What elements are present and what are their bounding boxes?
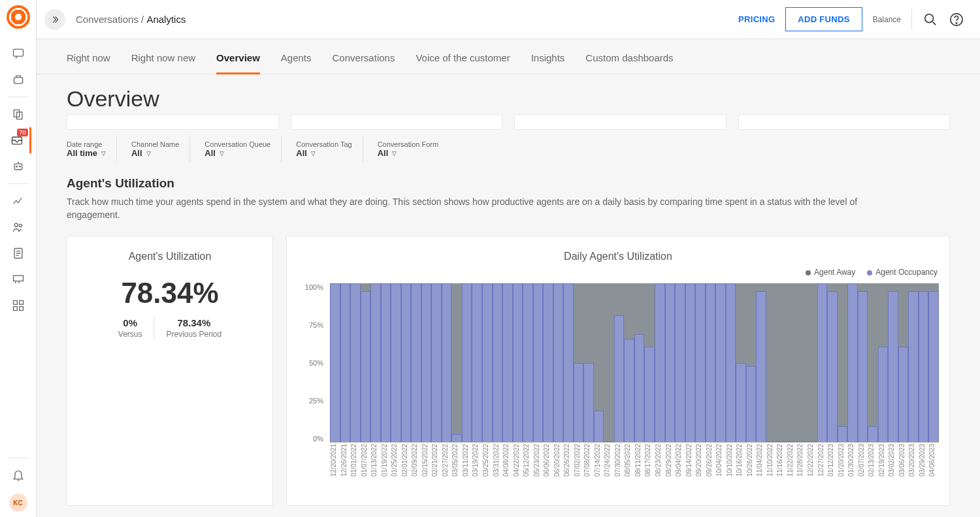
chart-column <box>502 283 513 442</box>
tab-conversations[interactable]: Conversations <box>333 52 395 74</box>
nav-robot-icon[interactable] <box>5 153 31 180</box>
page-body: Right now Right now new Overview Agents … <box>37 39 980 517</box>
chart-column <box>715 283 726 442</box>
filter-channel-name-value[interactable]: All▽ <box>131 148 179 158</box>
x-axis-label: 08/29/2022 <box>665 444 676 497</box>
chart-column <box>411 283 421 442</box>
x-axis-label: 11/10/2022 <box>766 444 777 497</box>
svg-rect-5 <box>14 164 22 170</box>
x-axis-label: 09/20/2022 <box>695 444 706 497</box>
kpi-prev-value: 78.34% <box>166 317 221 328</box>
chart-column <box>736 283 746 442</box>
tab-agents[interactable]: Agents <box>281 52 312 74</box>
x-axis-label: 02/21/2022 <box>431 444 442 497</box>
x-axis-label: 10/04/2022 <box>715 444 726 497</box>
filter-conversation-form-value[interactable]: All▽ <box>378 148 439 158</box>
chart-column <box>766 283 777 442</box>
x-axis-label: 04/22/2022 <box>513 444 523 497</box>
x-axis-label: 04/08/2022 <box>502 444 513 497</box>
x-axis-label: 01/12/2023 <box>827 444 838 497</box>
nav-bot-icon[interactable] <box>5 67 31 93</box>
filter-date-range-value[interactable]: All time▽ <box>67 148 106 158</box>
add-funds-button[interactable]: ADD FUNDS <box>785 7 862 31</box>
nav-people-icon[interactable] <box>5 214 31 240</box>
breadcrumb-root[interactable]: Conversations <box>76 14 139 25</box>
chevron-down-icon: ▽ <box>392 150 397 157</box>
user-avatar[interactable]: KC <box>9 494 27 512</box>
divider <box>911 8 912 31</box>
tab-overview[interactable]: Overview <box>216 52 260 74</box>
filter-conversation-tag-value[interactable]: All▽ <box>296 148 351 158</box>
chart-column <box>634 283 645 442</box>
chart-column <box>807 283 817 442</box>
tab-custom-dashboards[interactable]: Custom dashboards <box>585 52 673 74</box>
chart-column <box>888 283 898 442</box>
chart-plot[interactable] <box>330 283 939 443</box>
chart-column <box>431 283 442 442</box>
search-icon[interactable] <box>923 12 938 27</box>
chart-column <box>421 283 432 442</box>
nav-grid-icon[interactable] <box>5 292 31 319</box>
chart-wrap: 100% 75% 50% 25% 0% 12/20/202112/26/2021… <box>297 283 939 497</box>
chart-column <box>665 283 676 442</box>
x-axis-label: 08/17/2022 <box>644 444 655 497</box>
x-axis-label: 10/16/2022 <box>736 444 746 497</box>
chart-column <box>838 283 848 442</box>
x-axis-label: 06/06/2022 <box>543 444 553 497</box>
breadcrumb-current: Analytics <box>146 14 186 25</box>
kpi-value: 78.34% <box>121 277 218 309</box>
x-axis-label: 07/02/2022 <box>574 444 584 497</box>
chart-column <box>746 283 757 442</box>
filter-conversation-queue-value[interactable]: All▽ <box>204 148 270 158</box>
x-axis-label: 07/08/2022 <box>583 444 594 497</box>
x-axis-label: 03/20/2023 <box>908 444 919 497</box>
svg-point-6 <box>16 166 17 167</box>
chevron-down-icon: ▽ <box>101 150 106 157</box>
chart-column <box>583 283 594 442</box>
chart-column <box>624 283 634 442</box>
chevron-down-icon: ▽ <box>146 150 151 157</box>
svg-rect-12 <box>13 301 17 305</box>
pricing-link[interactable]: PRICING <box>738 14 775 24</box>
chart-column <box>706 283 716 442</box>
x-axis-label: 02/15/2022 <box>421 444 432 497</box>
chart-column <box>361 283 371 442</box>
chart-column <box>756 283 766 442</box>
brand-logo[interactable] <box>7 5 30 29</box>
nav-ticket-icon[interactable] <box>5 266 31 292</box>
nav-analytics-icon[interactable] <box>5 188 31 214</box>
expand-sidebar-button[interactable] <box>44 9 65 30</box>
filter-conversation-tag: Conversation Tag All▽ <box>296 136 363 162</box>
x-axis-label: 07/30/2022 <box>614 444 625 497</box>
chart-column <box>817 283 828 442</box>
nav-bell-icon[interactable] <box>5 462 31 488</box>
help-icon[interactable] <box>949 12 964 27</box>
tab-right-now-new[interactable]: Right now new <box>131 52 195 74</box>
x-axis-label: 02/09/2022 <box>411 444 421 497</box>
x-axis-label: 02/07/2023 <box>858 444 868 497</box>
svg-point-16 <box>925 14 934 22</box>
chart-column <box>847 283 858 442</box>
x-axis-label: 01/01/2022 <box>350 444 361 497</box>
x-axis-label: 07/14/2022 <box>594 444 604 497</box>
nav-doc-icon[interactable] <box>5 240 31 266</box>
chart-column <box>553 283 564 442</box>
tab-voc[interactable]: Voice of the customer <box>416 52 510 74</box>
section-agents-utilization: Agent's Utilization Track how much time … <box>37 162 980 221</box>
nav-copy-icon[interactable] <box>5 101 31 127</box>
chart-column <box>523 283 533 442</box>
svg-rect-0 <box>13 49 23 56</box>
svg-point-8 <box>14 223 18 227</box>
chart-column <box>381 283 391 442</box>
chart-column <box>868 283 878 442</box>
tab-right-now[interactable]: Right now <box>67 52 110 74</box>
nav-chat-icon[interactable] <box>5 40 31 67</box>
top-header: Conversations / Analytics PRICING ADD FU… <box>37 0 980 39</box>
tab-insights[interactable]: Insights <box>531 52 565 74</box>
chart-column <box>533 283 544 442</box>
chart-column <box>655 283 665 442</box>
legend-agent-occupancy: Agent Occupancy <box>867 268 938 277</box>
x-axis-label: 01/13/2022 <box>370 444 381 497</box>
nav-inbox-icon[interactable]: 70 <box>5 127 31 153</box>
x-axis-label: 12/20/2021 <box>330 444 340 497</box>
